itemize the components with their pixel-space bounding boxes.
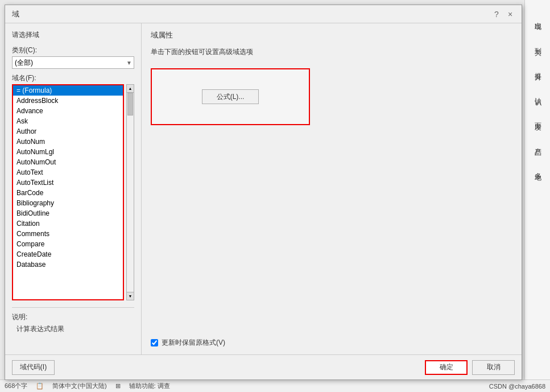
right-hints-panel: 出现 到关 提升 认识 面发 产品 多地 [524, 0, 550, 392]
formula-button[interactable]: 公式(L)... [202, 89, 259, 104]
dialog-domain: 域 ? × 请选择域 类别(C): (全部) ▼ [5, 5, 522, 380]
help-button[interactable]: ? [492, 10, 501, 19]
category-dropdown-wrapper: (全部) ▼ [12, 56, 134, 69]
field-item-addressblock[interactable]: AddressBlock [13, 96, 123, 106]
left-panel: 请选择域 类别(C): (全部) ▼ 域名(F): = (Formula) [5, 23, 142, 354]
fieldname-section: 域名(F): = (Formula) AddressBlock Advance … [12, 73, 134, 300]
preserve-format-option: 更新时保留原格式(V) [151, 338, 512, 348]
description-section: 说明: 计算表达式结果 [12, 307, 134, 334]
scrollbar-up-btn[interactable]: ▲ [127, 85, 134, 93]
field-item-advance[interactable]: Advance [13, 106, 123, 116]
field-item-citation[interactable]: Citation [13, 218, 123, 229]
right-panel-desc: 单击下面的按钮可设置高级域选项 [151, 47, 512, 57]
field-list[interactable]: = (Formula) AddressBlock Advance Ask Aut… [12, 84, 124, 300]
description-text: 计算表达式结果 [12, 324, 134, 334]
word-count: 668个字 [5, 382, 27, 390]
field-item-autonumlgl[interactable]: AutoNumLgl [13, 147, 123, 157]
field-list-scrollbar[interactable]: ▲ ▼ [126, 84, 134, 300]
field-item-createdate[interactable]: CreateDate [13, 249, 123, 259]
category-select[interactable]: (全部) [12, 56, 134, 69]
hint-1: 出现 [533, 17, 543, 19]
field-list-container: = (Formula) AddressBlock Advance Ask Aut… [12, 84, 134, 300]
dialog-bottom-bar: 域代码(I) 确定 取消 [5, 354, 522, 379]
field-item-formula[interactable]: = (Formula) [13, 85, 123, 96]
bottom-left-buttons: 域代码(I) [12, 360, 55, 375]
category-label: 类别(C): [12, 46, 134, 55]
right-panel: 域属性 单击下面的按钮可设置高级域选项 公式(L)... 更新时保留原格式(V) [142, 23, 522, 354]
field-item-comments[interactable]: Comments [13, 229, 123, 239]
field-item-autonumout[interactable]: AutoNumOut [13, 157, 123, 167]
field-item-bidioutline[interactable]: BidiOutline [13, 208, 123, 218]
accessibility-label: 辅助功能: 调查 [129, 382, 170, 390]
close-button[interactable]: × [506, 10, 515, 19]
preserve-format-checkbox[interactable] [151, 339, 158, 346]
hint-7: 多地 [533, 167, 543, 170]
hint-5: 面发 [533, 117, 543, 119]
select-domain-label: 请选择域 [12, 30, 134, 40]
category-row: (全部) ▼ [12, 56, 134, 69]
hint-6: 产品 [533, 142, 543, 145]
field-item-database[interactable]: Database [13, 259, 123, 270]
titlebar-actions: ? × [492, 10, 515, 19]
category-section: 类别(C): (全部) ▼ [12, 46, 134, 69]
description-label: 说明: [12, 312, 134, 322]
field-item-autotextlist[interactable]: AutoTextList [13, 178, 123, 188]
scrollbar-thumb[interactable] [127, 93, 133, 115]
field-item-ask[interactable]: Ask [13, 116, 123, 126]
field-item-autonum[interactable]: AutoNum [13, 137, 123, 147]
field-item-autotext[interactable]: AutoText [13, 167, 123, 178]
field-code-button[interactable]: 域代码(I) [12, 360, 55, 375]
bottom-right-buttons: 确定 取消 [425, 360, 515, 375]
layout-icon: ⊞ [115, 382, 121, 390]
hint-2: 到关 [533, 42, 543, 44]
brand-label: CSDN @chaya6868 [489, 383, 545, 390]
scrollbar-track [127, 93, 134, 292]
cancel-button[interactable]: 取消 [472, 360, 515, 375]
track-changes-icon: 📋 [36, 382, 44, 390]
right-panel-spacer [151, 132, 512, 331]
ok-button[interactable]: 确定 [425, 360, 468, 375]
field-item-bibliography[interactable]: Bibliography [13, 198, 123, 208]
field-options-box: 公式(L)... [151, 68, 310, 125]
dialog-titlebar: 域 ? × [5, 5, 522, 23]
hint-3: 提升 [533, 67, 543, 69]
right-panel-title: 域属性 [151, 30, 512, 40]
field-item-compare[interactable]: Compare [13, 239, 123, 249]
dialog-title: 域 [12, 9, 19, 19]
hint-4: 认识 [533, 92, 543, 94]
dialog-body: 请选择域 类别(C): (全部) ▼ 域名(F): = (Formula) [5, 23, 522, 354]
language-label: 简体中文(中国大陆) [52, 382, 106, 390]
fieldname-label: 域名(F): [12, 73, 134, 83]
field-item-author[interactable]: Author [13, 126, 123, 137]
scrollbar-down-btn[interactable]: ▼ [127, 292, 134, 300]
preserve-format-label: 更新时保留原格式(V) [162, 338, 225, 348]
field-item-barcode[interactable]: BarCode [13, 188, 123, 198]
status-bar: 668个字 📋 简体中文(中国大陆) ⊞ 辅助功能: 调查 CSDN @chay… [0, 379, 550, 392]
